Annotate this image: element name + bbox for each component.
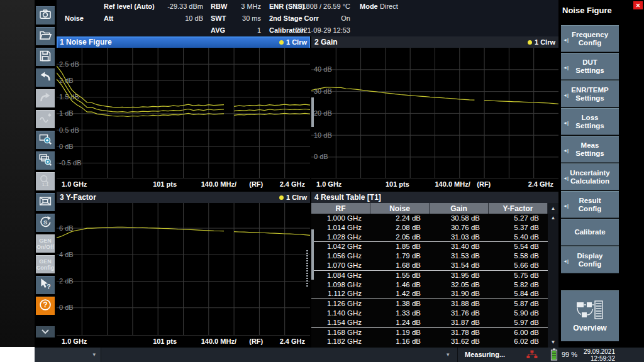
swt-value[interactable]: 30 ms: [226, 14, 261, 22]
screen-corner: [0, 347, 35, 362]
mode-value[interactable]: Direct: [380, 3, 398, 10]
window-titlebar[interactable]: 1 Noise Figure 1 Clrw: [57, 36, 310, 48]
restart-sweep-button[interactable]: S: [36, 214, 55, 232]
window-titlebar[interactable]: 2 Gain 1 Clrw: [311, 36, 558, 48]
table-row: 1.014 GHz2.08 dB30.76 dB5.37 dB: [311, 223, 558, 233]
table-cell: 1.140 GHz: [311, 309, 370, 318]
trace-legend[interactable]: 1 Clrw: [279, 38, 307, 46]
softkey-menu-title: Noise Figure: [562, 6, 612, 15]
help-button[interactable]: ?: [36, 297, 55, 315]
table-cell: 6.00 dB: [489, 328, 548, 337]
att-value[interactable]: 10 dB: [145, 14, 203, 22]
open-file-button[interactable]: [36, 27, 55, 45]
channel-tab[interactable]: Noise: [65, 14, 84, 22]
table-row: 1.154 GHz1.24 dB31.87 dB5.97 dB: [311, 318, 558, 328]
dut-settings-button[interactable]: ◄|DUTSettings: [561, 53, 619, 80]
overview-button[interactable]: Overview: [561, 290, 619, 341]
column-header-gain[interactable]: Gain: [430, 203, 489, 214]
lan-error-icon[interactable]: [526, 350, 538, 361]
table-cell: 5.66 dB: [489, 261, 548, 270]
avg-value[interactable]: 1: [226, 26, 261, 34]
window-titlebar[interactable]: 3 Y-Factor 1 Clrw: [57, 192, 310, 203]
sequencer-section: ▾: [35, 348, 101, 362]
scroll-up-icon[interactable]: ▲: [548, 215, 558, 221]
scroll-down-icon[interactable]: ▼: [548, 339, 558, 345]
result-config-button[interactable]: ◄|ResultConfig: [561, 191, 619, 218]
svg-text:0 dB: 0 dB: [59, 143, 74, 150]
window-gain[interactable]: 2 Gain 1 Clrw 40 dB30 dB20 dB10 dB0 dB 1…: [311, 36, 558, 190]
table-cell: 1.33 dB: [370, 309, 430, 318]
single-zoom-button[interactable]: [36, 131, 55, 149]
measurement-header: Noise Ref level (Auto) -29.33 dBm Att 10…: [57, 0, 558, 36]
uncertainty-calculation-button[interactable]: ◄|UncertaintyCalculation: [561, 163, 619, 190]
save-button[interactable]: [36, 48, 55, 66]
one-to-one-icon: 1:1: [38, 173, 52, 190]
xaxis-points: 101 pts: [153, 180, 177, 188]
svg-text:4 dB: 4 dB: [59, 251, 74, 258]
rbw-value[interactable]: 3 MHz: [226, 3, 261, 10]
column-header-y-factor[interactable]: Y-Factor: [489, 203, 548, 214]
display-config-button[interactable]: ◄|DisplayConfig: [561, 246, 619, 273]
zoom-select-button: [36, 110, 55, 128]
table-cell: 31.62 dB: [430, 337, 489, 346]
table-cell: 31.95 dB: [430, 271, 489, 280]
trace-legend[interactable]: 1 Clrw: [528, 38, 555, 46]
gen-onoff-label: GENOn/Off: [36, 238, 54, 250]
swt-label: SWT: [211, 14, 226, 22]
close-button[interactable]: ✕: [633, 1, 643, 9]
xaxis-points: 101 pts: [386, 180, 409, 188]
softkey-sidebar: Noise Figure ✕ ◄|FrequencyConfig◄|DUTSet…: [558, 0, 644, 362]
date-time[interactable]: 29.09.2021 12:59:32: [584, 348, 615, 362]
window-noise-figure[interactable]: 1 Noise Figure 1 Clrw 2.5 dB2 dB1.5 dB1 …: [57, 36, 310, 190]
table-scrollbar[interactable]: ▲ ▼: [548, 214, 558, 348]
xaxis-start: 1.0 GHz: [62, 337, 87, 345]
enr-value[interactable]: 101808 / 26.59 °C: [280, 3, 350, 10]
table-cell: 31.40 dB: [430, 242, 489, 251]
column-header-noise[interactable]: Noise: [370, 203, 430, 214]
column-header-rf[interactable]: RF: [311, 203, 370, 214]
table-cell: 5.87 dB: [489, 299, 548, 309]
table-row: 1.182 GHz1.16 dB31.62 dB6.02 dB: [311, 337, 558, 346]
context-help-button[interactable]: ?: [36, 276, 55, 294]
xaxis-points: 101 pts: [153, 337, 177, 345]
multiple-zoom-button[interactable]: [36, 151, 55, 170]
frequency-config-button[interactable]: ◄|FrequencyConfig: [561, 25, 619, 52]
chevron-down-icon[interactable]: ▾: [447, 351, 450, 358]
scroll-up-icon[interactable]: ▲: [548, 203, 558, 214]
xaxis-scale: 140.0 MHz/: [201, 337, 236, 345]
calibrate-button[interactable]: Calibrate: [561, 219, 619, 246]
measurement-status: Measuring...: [465, 351, 505, 358]
undo-button[interactable]: [36, 69, 55, 87]
trace-legend[interactable]: 1 Clrw: [279, 194, 307, 201]
submenu-arrow-icon: ◄|: [563, 91, 569, 99]
table-cell: 1.24 dB: [370, 318, 430, 327]
table-row: 1.168 GHz1.19 dB31.78 dB6.00 dB: [311, 328, 558, 337]
svg-text:10 dB: 10 dB: [314, 131, 332, 139]
svg-text:-0.5 dB: -0.5 dB: [59, 159, 81, 167]
window-y-factor[interactable]: 3 Y-Factor 1 Clrw 6 dB4 dB2 dB0 dB 1.0 G…: [57, 192, 310, 348]
table-cell: 1.056 GHz: [311, 251, 370, 261]
corr-value[interactable]: On: [280, 14, 350, 22]
toolbar-collapse-button[interactable]: [36, 326, 55, 337]
window-splitter-handle[interactable]: [311, 97, 314, 127]
table-cell: 1.79 dB: [370, 251, 430, 261]
table-cell: 1.19 dB: [370, 328, 430, 337]
loss-settings-button[interactable]: ◄|LossSettings: [561, 108, 619, 135]
window-splitter-handle[interactable]: [306, 250, 308, 288]
trace-color-dot-icon: [279, 40, 284, 45]
enr-temp-settings-button[interactable]: ◄|ENR/TEMPSettings: [561, 80, 619, 107]
window-titlebar[interactable]: 4 Result Table [T1]: [311, 192, 558, 203]
table-row: 1.126 GHz1.38 dB31.88 dB5.87 dB: [311, 299, 558, 309]
screenshot-button[interactable]: [36, 6, 55, 25]
chevron-down-icon[interactable]: ▾: [92, 351, 96, 358]
table-cell: 1.46 dB: [370, 280, 430, 290]
svg-text:2 dB: 2 dB: [59, 277, 74, 285]
meas-settings-button[interactable]: ◄|MeasSettings: [561, 136, 619, 163]
xaxis-ref: (RF): [249, 337, 263, 345]
table-cell: 5.37 dB: [489, 223, 548, 233]
ref-level-value[interactable]: -29.33 dBm: [145, 3, 203, 10]
display-frame-button[interactable]: [36, 193, 55, 211]
window-splitter-handle[interactable]: [311, 229, 314, 280]
wave-plus-icon: [38, 111, 52, 128]
window-result-table[interactable]: 4 Result Table [T1] RFNoiseGainY-Factor▲…: [311, 192, 558, 348]
